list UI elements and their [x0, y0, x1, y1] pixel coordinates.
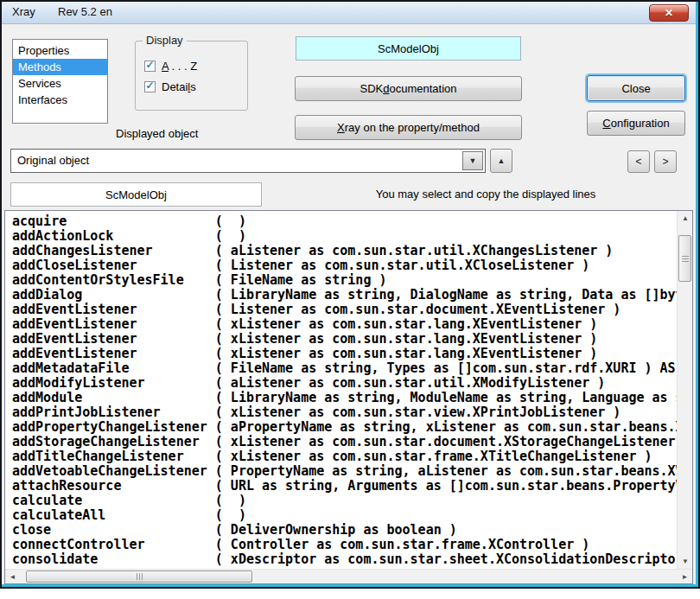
member-row[interactable]: addDialog ( LibraryName as string, Dialo…	[12, 288, 677, 303]
object-selector-value: Original object	[17, 154, 89, 167]
checkbox-details[interactable]: ✓ Details	[144, 80, 196, 93]
close-window-button[interactable]: ✕	[649, 4, 689, 22]
sdk-documentation-button[interactable]: SDK documentation	[295, 76, 522, 101]
member-row[interactable]: addContentOrStylesFile ( FileName as str…	[12, 273, 677, 288]
member-row[interactable]: connectController ( Controller as com.su…	[12, 538, 677, 552]
checkbox-details-box[interactable]: ✓	[144, 81, 156, 92]
category-item-properties[interactable]: Properties	[13, 42, 107, 59]
scroll-up-button[interactable]: ▲	[678, 211, 693, 226]
member-row[interactable]: addMetadataFile ( FileName as string, Ty…	[12, 361, 677, 376]
member-row[interactable]: addEventListener ( xListener as com.sun.…	[12, 347, 677, 361]
member-row[interactable]: addEventListener ( xListener as com.sun.…	[12, 317, 677, 332]
parent-object-button[interactable]: ▲	[490, 149, 512, 173]
member-row[interactable]: addActionLock ( )	[12, 229, 677, 244]
xray-on-property-method-button[interactable]: Xray on the property/method	[295, 115, 522, 140]
checkbox-az-box[interactable]: ✓	[144, 61, 156, 72]
member-row[interactable]: addCloseListener ( Listener as com.sun.s…	[12, 258, 677, 273]
window-revision: Rev 5.2 en	[58, 5, 112, 18]
screen: Xray Rev 5.2 en ✕ PropertiesMethodsServi…	[0, 0, 700, 599]
scroll-up-icon: ▲	[682, 214, 689, 222]
check-icon: ✓	[145, 60, 154, 70]
member-row[interactable]: consolidate ( xDescriptor as com.sun.sta…	[12, 552, 677, 567]
member-row[interactable]: acquire ( )	[12, 214, 677, 229]
scroll-down-button[interactable]: ▼	[678, 554, 693, 569]
window-title: Xray	[12, 5, 35, 18]
close-button[interactable]: Close	[587, 75, 685, 101]
display-group-title: Display	[143, 34, 187, 47]
checkbox-az-label: A . . . Z	[162, 60, 197, 73]
vertical-scroll-thumb[interactable]	[678, 235, 691, 282]
previous-button[interactable]: <	[627, 150, 650, 173]
current-object-name-box: ScModelObj	[10, 182, 262, 207]
close-icon: ✕	[665, 8, 673, 18]
scroll-left-button[interactable]: ◄	[5, 570, 20, 584]
checkbox-details-label: Details	[162, 80, 196, 93]
copy-hint-label: You may select and copy the displayed li…	[278, 188, 693, 201]
scroll-down-icon: ▼	[682, 558, 689, 565]
displayed-object-label: Displayed object	[116, 127, 198, 140]
member-row[interactable]: addModule ( LibraryName as string, Modul…	[12, 391, 677, 405]
scroll-left-icon: ◄	[10, 573, 16, 581]
scroll-right-button[interactable]: ►	[678, 570, 692, 584]
checkbox-az[interactable]: ✓ A . . . Z	[144, 59, 197, 73]
member-row[interactable]: addEventListener ( Listener as com.sun.s…	[12, 303, 677, 317]
member-row[interactable]: addChangesListener ( aListener as com.su…	[12, 244, 677, 258]
category-listbox[interactable]: PropertiesMethodsServicesInterfaces	[12, 39, 108, 124]
member-rows: acquire ( )addActionLock ( )addChangesLi…	[5, 211, 677, 569]
dialog-client-area: PropertiesMethodsServicesInterfaces Disp…	[2, 24, 696, 584]
member-row[interactable]: attachResource ( URL as string, Argument…	[12, 479, 677, 494]
horizontal-scrollbar[interactable]: ◄ ►	[5, 569, 692, 583]
member-row[interactable]: addStorageChangeListener ( xListener as …	[12, 435, 677, 449]
member-listbox[interactable]: acquire ( )addActionLock ( )addChangesLi…	[4, 210, 693, 584]
titlebar[interactable]: Xray Rev 5.2 en ✕	[2, 2, 696, 24]
check-icon: ✓	[145, 80, 154, 91]
member-row[interactable]: addPropertyChangeListener ( aPropertyNam…	[12, 420, 677, 435]
member-row[interactable]: calculateAll ( )	[12, 508, 677, 523]
object-name-field[interactable]: ScModelObj	[296, 36, 521, 61]
display-groupbox: Display ✓ A . . . Z ✓ Details	[135, 41, 248, 111]
category-item-interfaces[interactable]: Interfaces	[13, 92, 107, 108]
member-row[interactable]: calculate ( )	[12, 494, 677, 508]
category-item-services[interactable]: Services	[13, 75, 107, 92]
chevron-up-icon: ▲	[498, 157, 506, 165]
next-button[interactable]: >	[654, 150, 677, 173]
object-selector-combobox[interactable]: Original object ▼	[10, 149, 486, 173]
member-row[interactable]: addModifyListener ( aListener as com.sun…	[12, 376, 677, 391]
member-row[interactable]: addPrintJobListener ( xListener as com.s…	[12, 405, 677, 420]
vertical-scrollbar[interactable]: ▲ ▼	[677, 211, 692, 569]
xray-dialog-window: Xray Rev 5.2 en ✕ PropertiesMethodsServi…	[0, 0, 700, 589]
horizontal-scroll-thumb[interactable]	[26, 570, 252, 583]
member-row[interactable]: addTitleChangeListener ( xListener as co…	[12, 449, 677, 464]
scroll-right-icon: ►	[682, 573, 689, 581]
configuration-button[interactable]: Configuration	[587, 111, 685, 136]
member-row[interactable]: addVetoableChangeListener ( PropertyName…	[12, 464, 677, 479]
combo-dropdown-button[interactable]: ▼	[462, 151, 483, 170]
member-row[interactable]: addEventListener ( xListener as com.sun.…	[12, 332, 677, 347]
chevron-down-icon: ▼	[469, 157, 477, 165]
category-item-methods[interactable]: Methods	[13, 59, 107, 75]
member-row[interactable]: close ( DeliverOwnership as boolean )	[12, 523, 677, 538]
